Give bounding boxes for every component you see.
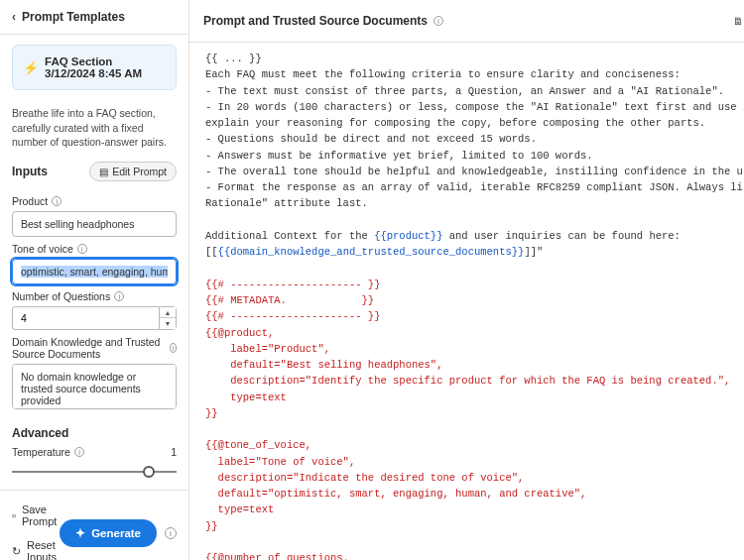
domain-knowledge-label: Domain Knowledge and Trusted Source Docu… bbox=[12, 336, 166, 360]
chevron-left-icon: ‹ bbox=[12, 10, 16, 24]
code-line: - Format the response as an array of val… bbox=[205, 181, 744, 193]
code-token: @number_of_questions bbox=[218, 552, 343, 560]
code-line: description="Identify the specific produ… bbox=[205, 375, 730, 387]
code-token: {{ bbox=[205, 552, 218, 560]
generate-button[interactable]: ✦ Generate bbox=[60, 519, 157, 547]
template-card: ⚡ FAQ Section 3/12/2024 8:45 AM bbox=[12, 45, 177, 90]
save-icon: ▫ bbox=[12, 509, 16, 521]
reset-inputs-label: Reset Inputs bbox=[27, 539, 60, 560]
code-line: type=text bbox=[205, 504, 274, 515]
product-label: Product bbox=[12, 195, 48, 207]
right-panel-title: Prompt and Trusted Source Documents bbox=[203, 14, 428, 28]
code-token: {{domain_knowledge_and_trusted_source_do… bbox=[218, 246, 525, 258]
preview-button[interactable]: 🗎 Preview bbox=[733, 15, 744, 27]
code-line: and user inquiries can be found here: bbox=[442, 230, 680, 242]
code-token: @tone_of_voice bbox=[218, 439, 306, 451]
sparkle-icon: ✦ bbox=[75, 526, 85, 540]
code-line: description="Indicate the desired tone o… bbox=[205, 472, 524, 484]
info-icon[interactable]: i bbox=[165, 527, 177, 539]
info-icon[interactable]: i bbox=[434, 16, 443, 26]
code-line: label="Product", bbox=[205, 343, 330, 355]
code-line: - The overall tone should be helpful and… bbox=[205, 166, 744, 177]
temperature-slider[interactable] bbox=[12, 466, 177, 478]
code-line: }} bbox=[205, 520, 218, 532]
num-questions-label: Number of Questions bbox=[12, 290, 110, 302]
tone-label: Tone of voice bbox=[12, 243, 73, 255]
edit-icon: ▤ bbox=[99, 167, 108, 177]
code-line: label="Tone of voice", bbox=[205, 456, 355, 468]
inputs-heading: Inputs bbox=[12, 165, 48, 178]
right-panel: Prompt and Trusted Source Documents i 🗎 … bbox=[189, 0, 744, 560]
code-line: explain your reasoning for composing the… bbox=[205, 117, 705, 129]
code-line: }} bbox=[205, 407, 218, 419]
code-line: Each FAQ must meet the following criteri… bbox=[205, 68, 681, 80]
edit-prompt-label: Edit Prompt bbox=[112, 166, 167, 177]
advanced-heading: Advanced bbox=[0, 412, 188, 446]
code-line: Additional Context for the bbox=[205, 230, 374, 242]
info-icon[interactable]: i bbox=[77, 244, 87, 254]
code-line: {{ ... }} bbox=[205, 53, 262, 64]
code-line: [[ bbox=[205, 246, 218, 258]
num-questions-input[interactable] bbox=[12, 306, 159, 330]
product-input[interactable] bbox=[12, 211, 177, 237]
code-token: , bbox=[268, 327, 274, 339]
code-line: type=text bbox=[205, 392, 287, 403]
domain-knowledge-input[interactable]: No domain knowledge or trusted source do… bbox=[12, 364, 177, 409]
left-header[interactable]: ‹ Prompt Templates bbox=[0, 0, 188, 35]
code-line: default="optimistic, smart, engaging, hu… bbox=[205, 488, 586, 500]
save-prompt-label: Save Prompt bbox=[22, 504, 60, 527]
code-line: Rationale" attribute last. bbox=[205, 197, 368, 209]
info-icon[interactable]: i bbox=[52, 196, 62, 206]
reset-inputs-button[interactable]: ↻ Reset Inputs bbox=[12, 536, 60, 560]
code-line: - Questions should be direct and not exc… bbox=[205, 133, 537, 145]
stepper-up-button[interactable]: ▲ bbox=[160, 307, 176, 318]
code-line: {{# METADATA. }} bbox=[205, 294, 374, 306]
stepper-down-button[interactable]: ▼ bbox=[160, 318, 176, 329]
num-questions-stepper[interactable]: ▲ ▼ bbox=[12, 306, 177, 330]
temperature-label: Temperature bbox=[12, 446, 70, 458]
info-icon[interactable]: i bbox=[74, 447, 84, 457]
left-panel: ‹ Prompt Templates ⚡ FAQ Section 3/12/20… bbox=[0, 0, 189, 560]
left-header-title: Prompt Templates bbox=[22, 10, 125, 24]
save-prompt-button[interactable]: ▫ Save Prompt bbox=[12, 501, 60, 530]
generate-label: Generate bbox=[91, 527, 141, 539]
tone-input[interactable] bbox=[12, 259, 177, 284]
code-line: - The text must consist of three parts, … bbox=[205, 85, 724, 97]
code-line: {{# --------------------- }} bbox=[205, 279, 380, 290]
code-token: {{ bbox=[205, 439, 218, 451]
edit-prompt-button[interactable]: ▤ Edit Prompt bbox=[89, 162, 177, 181]
prompt-code-pane[interactable]: {{ ... }} Each FAQ must meet the followi… bbox=[189, 43, 744, 560]
lightning-icon: ⚡ bbox=[23, 60, 39, 75]
info-icon[interactable]: i bbox=[114, 291, 124, 301]
slider-thumb[interactable] bbox=[143, 466, 155, 478]
template-card-title: FAQ Section 3/12/2024 8:45 AM bbox=[45, 56, 166, 79]
code-line: {{# --------------------- }} bbox=[205, 310, 380, 322]
code-token: @product bbox=[218, 327, 268, 339]
code-token: {{ bbox=[205, 327, 218, 339]
code-line: - In 20 words (100 characters) or less, … bbox=[205, 101, 744, 113]
temperature-value: 1 bbox=[171, 446, 177, 458]
code-token: {{product}} bbox=[374, 230, 442, 242]
preview-icon: 🗎 bbox=[733, 15, 744, 27]
template-card-description: Breathe life into a FAQ section, careful… bbox=[12, 106, 177, 150]
reset-icon: ↻ bbox=[12, 545, 21, 558]
code-line: default="Best selling headphones", bbox=[205, 359, 442, 371]
code-token: , bbox=[343, 552, 349, 560]
info-icon[interactable]: i bbox=[170, 343, 177, 353]
code-line: ]]" bbox=[524, 246, 543, 258]
code-token: , bbox=[306, 439, 311, 451]
code-line: - Answers must be informative yet brief,… bbox=[205, 150, 593, 162]
